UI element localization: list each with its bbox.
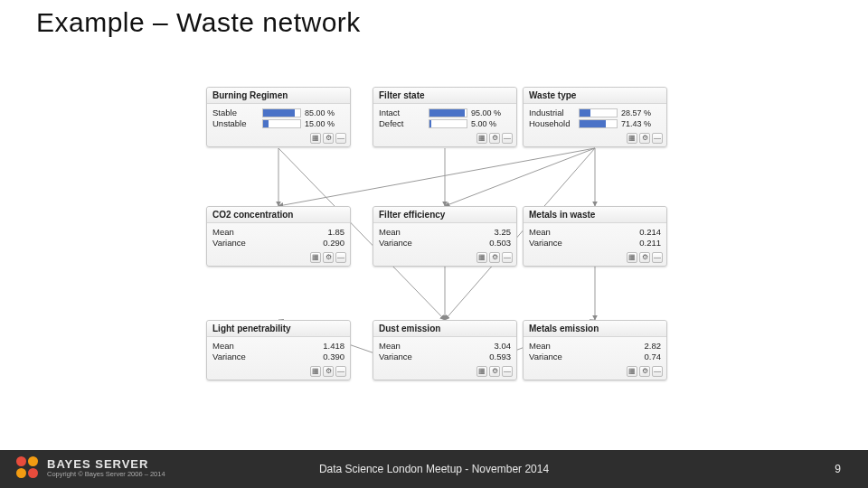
edge-wastetype-filtereff: [445, 148, 595, 206]
grid-icon[interactable]: ▦: [627, 366, 637, 377]
stat-row: Mean1.418: [212, 341, 344, 351]
min-icon[interactable]: —: [502, 366, 513, 377]
node-body: Industrial28.57 %Household71.43 %: [524, 104, 666, 131]
gear-icon[interactable]: ⚙: [323, 366, 334, 377]
state-row: Stable85.00 %: [212, 108, 344, 117]
stat-row: Variance0.593: [379, 352, 511, 361]
state-label: Stable: [212, 108, 262, 117]
min-icon[interactable]: —: [652, 133, 663, 144]
stat-value: 3.25: [429, 227, 511, 237]
stat-row: Mean0.214: [529, 227, 661, 237]
gear-icon[interactable]: ⚙: [323, 133, 334, 144]
gear-icon[interactable]: ⚙: [489, 366, 500, 377]
stat-label: Mean: [379, 341, 429, 351]
grid-icon[interactable]: ▦: [476, 252, 487, 263]
stat-label: Variance: [529, 352, 579, 361]
state-bar: [262, 119, 301, 128]
grid-icon[interactable]: ▦: [310, 133, 321, 144]
node-burning[interactable]: Burning RegimenStable85.00 %Unstable15.0…: [206, 87, 351, 147]
node-filtereff[interactable]: Filter efficiencyMean3.25Variance0.503▦⚙…: [373, 206, 517, 267]
stat-label: Mean: [379, 227, 429, 237]
node-body: Mean1.418Variance0.390: [207, 337, 350, 364]
min-icon[interactable]: —: [652, 366, 663, 377]
stat-label: Variance: [379, 238, 429, 248]
footer-text: Data Science London Meetup - November 20…: [319, 463, 549, 475]
node-wastetype[interactable]: Waste typeIndustrial28.57 %Household71.4…: [523, 87, 667, 147]
node-body: Mean3.04Variance0.593: [373, 337, 516, 364]
node-footer: ▦⚙—: [524, 364, 666, 380]
stat-row: Mean2.82: [529, 341, 661, 351]
state-row: Defect5.00 %: [379, 118, 511, 128]
min-icon[interactable]: —: [335, 252, 346, 263]
node-title: Burning Regimen: [207, 88, 350, 104]
state-pct: 5.00 %: [471, 119, 511, 128]
node-metalse[interactable]: Metals emissionMean2.82Variance0.74▦⚙—: [523, 320, 667, 380]
stat-label: Variance: [212, 238, 262, 248]
node-metalsw[interactable]: Metals in wasteMean0.214Variance0.211▦⚙—: [523, 206, 667, 267]
node-body: Mean3.25Variance0.503: [373, 223, 516, 250]
node-title: Metals in waste: [524, 207, 666, 223]
node-co2[interactable]: CO2 concentrationMean1.85Variance0.290▦⚙…: [206, 206, 351, 267]
node-title: CO2 concentration: [207, 207, 350, 223]
min-icon[interactable]: —: [335, 133, 346, 144]
state-bar: [429, 108, 467, 117]
node-light[interactable]: Light penetrabilityMean1.418Variance0.39…: [206, 320, 351, 380]
node-title: Light penetrability: [207, 321, 350, 337]
state-row: Household71.43 %: [529, 118, 661, 128]
node-footer: ▦⚙—: [207, 131, 350, 146]
stat-label: Variance: [529, 238, 579, 248]
gear-icon[interactable]: ⚙: [489, 252, 500, 263]
min-icon[interactable]: —: [652, 252, 663, 263]
stat-row: Variance0.290: [212, 238, 344, 248]
state-label: Household: [529, 118, 579, 128]
gear-icon[interactable]: ⚙: [323, 252, 334, 263]
stat-value: 0.74: [579, 352, 661, 361]
node-dust[interactable]: Dust emissionMean3.04Variance0.593▦⚙—: [373, 320, 517, 380]
state-label: Industrial: [529, 108, 579, 117]
state-label: Unstable: [212, 118, 262, 128]
state-pct: 28.57 %: [621, 108, 661, 117]
grid-icon[interactable]: ▦: [476, 366, 487, 377]
state-label: Intact: [379, 108, 429, 117]
node-footer: ▦⚙—: [373, 131, 516, 146]
state-row: Industrial28.57 %: [529, 108, 661, 117]
min-icon[interactable]: —: [502, 133, 513, 144]
state-pct: 15.00 %: [305, 119, 344, 128]
min-icon[interactable]: —: [335, 366, 346, 377]
state-bar: [262, 108, 301, 117]
gear-icon[interactable]: ⚙: [639, 366, 650, 377]
stat-value: 2.82: [579, 341, 661, 351]
stat-label: Mean: [212, 227, 262, 237]
stat-value: 0.211: [579, 238, 661, 248]
stat-row: Mean3.25: [379, 227, 511, 237]
node-title: Filter state: [373, 88, 516, 104]
grid-icon[interactable]: ▦: [627, 252, 637, 263]
grid-icon[interactable]: ▦: [310, 366, 321, 377]
brand-copyright: Copyright © Bayes Server 2006 – 2014: [47, 471, 165, 478]
state-pct: 95.00 %: [471, 108, 511, 117]
node-body: Stable85.00 %Unstable15.00 %: [207, 104, 350, 131]
node-footer: ▦⚙—: [373, 250, 516, 266]
state-pct: 85.00 %: [305, 108, 344, 117]
grid-icon[interactable]: ▦: [627, 133, 637, 144]
grid-icon[interactable]: ▦: [310, 252, 321, 263]
node-title: Dust emission: [373, 321, 516, 337]
state-pct: 71.43 %: [621, 119, 661, 128]
stat-value: 0.593: [429, 352, 511, 361]
node-footer: ▦⚙—: [373, 364, 516, 380]
state-bar: [429, 119, 467, 128]
stat-label: Mean: [529, 227, 579, 237]
gear-icon[interactable]: ⚙: [489, 133, 500, 144]
node-body: Intact95.00 %Defect5.00 %: [373, 104, 516, 131]
brand-logo: BAYES SERVER Copyright © Bayes Server 20…: [16, 456, 165, 480]
stat-value: 0.214: [579, 227, 661, 237]
gear-icon[interactable]: ⚙: [639, 252, 650, 263]
gear-icon[interactable]: ⚙: [639, 133, 650, 144]
stat-value: 0.390: [262, 352, 344, 361]
grid-icon[interactable]: ▦: [476, 133, 487, 144]
node-body: Mean0.214Variance0.211: [524, 223, 666, 250]
min-icon[interactable]: —: [502, 252, 513, 263]
state-bar: [579, 108, 618, 117]
stat-row: Variance0.503: [379, 238, 511, 248]
node-filterstate[interactable]: Filter stateIntact95.00 %Defect5.00 %▦⚙—: [373, 87, 517, 147]
